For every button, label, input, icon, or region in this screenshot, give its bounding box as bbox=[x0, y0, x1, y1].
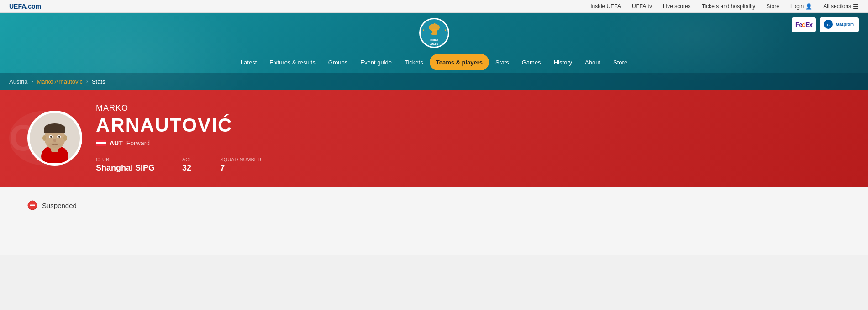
squad-stat: Squad number 7 bbox=[220, 157, 261, 173]
gazprom-logo: G Gazprom bbox=[823, 19, 855, 30]
player-first-name: MARKO bbox=[96, 103, 261, 113]
player-hero: OFA bbox=[0, 90, 868, 187]
hamburger-icon: ☰ bbox=[853, 3, 859, 10]
nav-tickets[interactable]: Tickets bbox=[398, 54, 430, 70]
austria-flag bbox=[96, 140, 106, 146]
svg-point-22 bbox=[50, 136, 52, 138]
player-avatar bbox=[27, 111, 82, 166]
nav-teams-players[interactable]: Teams & players bbox=[430, 54, 489, 70]
age-stat: Age 32 bbox=[182, 157, 193, 173]
player-info: MARKO ARNAUTOVIĆ AUT Forward Club Shangh… bbox=[96, 103, 261, 173]
content-area: Suspended bbox=[0, 187, 868, 255]
uefa-logo[interactable]: UEFA.com bbox=[9, 3, 41, 10]
nav-groups[interactable]: Groups bbox=[322, 54, 354, 70]
fedex-sponsor: FedEx bbox=[792, 17, 816, 32]
club-stat: Club Shanghai SIPG bbox=[96, 157, 155, 173]
svg-point-25 bbox=[42, 135, 46, 141]
nav-event-guide[interactable]: Event guide bbox=[354, 54, 398, 70]
svg-text:★: ★ bbox=[433, 22, 435, 25]
svg-text:Gazprom: Gazprom bbox=[836, 22, 854, 27]
nav-stats[interactable]: Stats bbox=[489, 54, 516, 70]
breadcrumb-sep-1: › bbox=[31, 78, 33, 85]
club-label: Club bbox=[96, 157, 155, 162]
player-position: Forward bbox=[126, 139, 150, 147]
svg-point-23 bbox=[58, 136, 60, 138]
age-label: Age bbox=[182, 157, 193, 162]
nav-history[interactable]: History bbox=[547, 54, 579, 70]
user-icon: 👤 bbox=[805, 3, 812, 10]
main-nav: Latest Fixtures & results Groups Event g… bbox=[0, 51, 868, 73]
header: EURO 2020 ★ ★ ★ FedEx G Gazpro bbox=[0, 13, 868, 90]
live-scores-link[interactable]: Live scores bbox=[663, 3, 691, 10]
nav-latest[interactable]: Latest bbox=[234, 54, 263, 70]
svg-point-26 bbox=[63, 135, 67, 141]
club-value: Shanghai SIPG bbox=[96, 163, 155, 173]
inside-uefa-link[interactable]: Inside UEFA bbox=[590, 3, 621, 10]
gazprom-sponsor: G Gazprom bbox=[820, 17, 859, 32]
no-entry-icon bbox=[27, 200, 37, 210]
svg-rect-3 bbox=[432, 29, 437, 33]
nav-about[interactable]: About bbox=[579, 54, 607, 70]
svg-point-4 bbox=[431, 33, 437, 35]
nationality-code: AUT bbox=[110, 139, 123, 147]
uefa-tv-link[interactable]: UEFA.tv bbox=[632, 3, 652, 10]
breadcrumb-austria[interactable]: Austria bbox=[9, 78, 27, 85]
tickets-hospitality-link[interactable]: Tickets and hospitality bbox=[702, 3, 756, 10]
svg-rect-29 bbox=[30, 205, 35, 206]
breadcrumb-bar: Austria › Marko Arnautović › Stats bbox=[0, 73, 868, 90]
player-photo bbox=[30, 113, 80, 163]
svg-point-24 bbox=[53, 139, 56, 142]
player-last-name: ARNAUTOVIĆ bbox=[96, 116, 261, 135]
squad-value: 7 bbox=[220, 163, 261, 173]
flag-stripe-bottom bbox=[96, 144, 106, 146]
svg-text:★: ★ bbox=[422, 29, 424, 32]
store-topbar-link[interactable]: Store bbox=[766, 3, 779, 10]
svg-point-27 bbox=[48, 142, 61, 148]
player-stats-row: Club Shanghai SIPG Age 32 Squad number 7 bbox=[96, 157, 261, 173]
top-bar-right: Inside UEFA UEFA.tv Live scores Tickets … bbox=[590, 3, 859, 10]
header-top: EURO 2020 ★ ★ ★ FedEx G Gazpro bbox=[0, 13, 868, 51]
euro2020-logo-svg: EURO 2020 ★ ★ ★ bbox=[419, 17, 450, 48]
svg-rect-19 bbox=[44, 128, 65, 133]
top-bar: UEFA.com Inside UEFA UEFA.tv Live scores… bbox=[0, 0, 868, 13]
login-link[interactable]: Login 👤 bbox=[790, 3, 812, 10]
fedex-logo: FedEx bbox=[795, 21, 812, 28]
age-value: 32 bbox=[182, 163, 193, 173]
svg-text:2020: 2020 bbox=[430, 42, 438, 46]
breadcrumb-sep-2: › bbox=[86, 78, 88, 85]
breadcrumb-stats: Stats bbox=[92, 78, 105, 85]
svg-text:G: G bbox=[827, 23, 830, 27]
sponsor-logos: FedEx G Gazprom bbox=[792, 17, 859, 32]
suspended-text: Suspended bbox=[42, 202, 77, 209]
svg-text:★: ★ bbox=[444, 29, 446, 32]
breadcrumb-player[interactable]: Marko Arnautović bbox=[37, 78, 82, 85]
nav-store[interactable]: Store bbox=[607, 54, 634, 70]
all-sections-link[interactable]: All sections ☰ bbox=[823, 3, 859, 10]
squad-label: Squad number bbox=[220, 157, 261, 162]
nav-fixtures[interactable]: Fixtures & results bbox=[263, 54, 321, 70]
player-nationality: AUT Forward bbox=[96, 139, 261, 147]
tournament-logo[interactable]: EURO 2020 ★ ★ ★ bbox=[419, 17, 450, 48]
nav-games[interactable]: Games bbox=[516, 54, 547, 70]
suspended-notice: Suspended bbox=[27, 200, 841, 210]
top-bar-left: UEFA.com bbox=[9, 3, 41, 10]
